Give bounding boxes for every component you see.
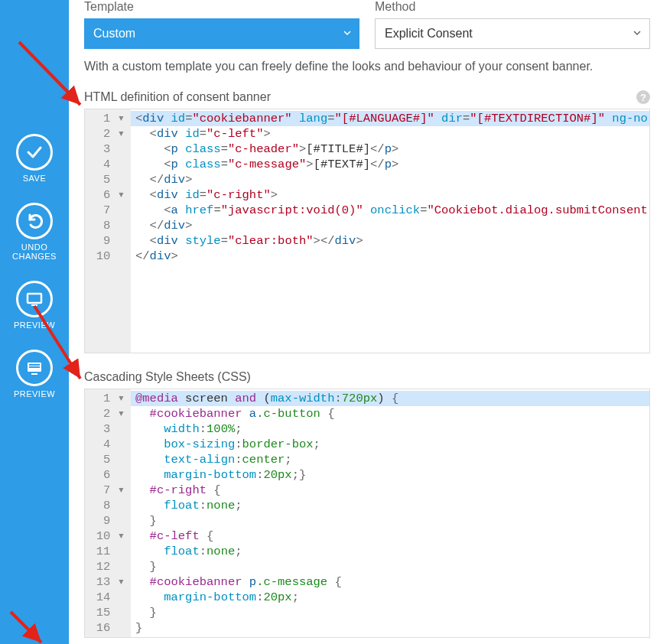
method-label: Method xyxy=(375,0,650,14)
template-select[interactable]: Custom xyxy=(84,18,359,49)
monitor-outline-icon xyxy=(16,281,53,317)
undo-label: UNDO CHANGES xyxy=(12,242,57,261)
template-label: Template xyxy=(84,0,359,14)
sidebar: SAVE UNDO CHANGES PREVIEW PREVIEW xyxy=(0,0,69,644)
css-gutter: 1 ▾2 ▾3 4 5 6 7 ▾8 9 10 ▾11 12 13 ▾14 15… xyxy=(85,389,131,637)
monitor-filled-icon xyxy=(16,350,53,386)
svg-rect-4 xyxy=(29,366,40,368)
fields-row: Template Custom Method Explicit Consent xyxy=(84,0,650,49)
html-heading: HTML definition of consent banner xyxy=(84,90,271,104)
css-code[interactable]: @media screen and (max-width:720px) { #c… xyxy=(131,389,649,637)
undo-icon xyxy=(16,203,53,239)
preview1-label: PREVIEW xyxy=(14,320,55,330)
svg-rect-0 xyxy=(28,294,41,303)
template-field: Template Custom xyxy=(84,0,359,49)
svg-rect-1 xyxy=(31,304,37,306)
method-field: Method Explicit Consent xyxy=(375,0,650,49)
checkmark-icon xyxy=(16,134,53,171)
html-code-editor[interactable]: 1 ▾2 ▾3 4 5 6 ▾7 8 9 10 <div id="cookieb… xyxy=(84,109,650,353)
html-code[interactable]: <div id="cookiebanner" lang="[#LANGUAGE#… xyxy=(131,109,649,353)
save-button[interactable]: SAVE xyxy=(16,134,53,183)
css-heading: Cascading Style Sheets (CSS) xyxy=(84,370,251,384)
help-icon[interactable]: ? xyxy=(636,90,650,104)
preview2-label: PREVIEW xyxy=(14,389,55,398)
template-description: With a custom template you can freely de… xyxy=(84,60,650,73)
html-gutter: 1 ▾2 ▾3 4 5 6 ▾7 8 9 10 xyxy=(85,109,131,353)
undo-changes-button[interactable]: UNDO CHANGES xyxy=(12,203,57,261)
html-section-header: HTML definition of consent banner ? xyxy=(84,90,650,104)
main-content: Template Custom Method Explicit Consent … xyxy=(84,0,650,644)
preview-mobile-button[interactable]: PREVIEW xyxy=(14,350,55,398)
css-section-header: Cascading Style Sheets (CSS) xyxy=(84,370,650,384)
svg-rect-5 xyxy=(31,373,37,375)
preview-desktop-button[interactable]: PREVIEW xyxy=(14,281,55,330)
chevron-down-icon xyxy=(343,27,352,41)
css-code-editor[interactable]: 1 ▾2 ▾3 4 5 6 7 ▾8 9 10 ▾11 12 13 ▾14 15… xyxy=(84,389,650,638)
method-select[interactable]: Explicit Consent xyxy=(375,18,650,49)
save-label: SAVE xyxy=(23,174,47,183)
template-value: Custom xyxy=(93,27,135,41)
method-value: Explicit Consent xyxy=(385,27,473,41)
svg-rect-3 xyxy=(29,364,40,366)
chevron-down-icon xyxy=(633,27,642,41)
